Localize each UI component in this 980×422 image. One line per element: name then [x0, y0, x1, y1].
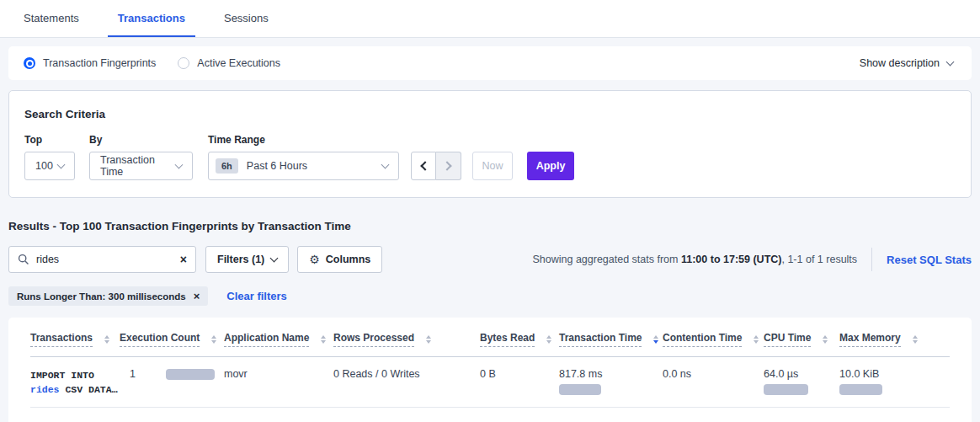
chevron-down-icon — [946, 57, 955, 66]
by-label: By — [89, 134, 193, 146]
by-select-value: Transaction Time — [100, 154, 176, 178]
cell-max-memory: 10.0 KiB — [839, 357, 950, 408]
cell-rows-processed: 0 Reads / 0 Writes — [333, 357, 480, 408]
chevron-left-icon — [420, 161, 429, 170]
search-criteria-panel: Search Criteria Top 100 By Transaction T… — [8, 90, 972, 198]
max-memory-bar — [839, 384, 882, 395]
tab-transactions[interactable]: Transactions — [108, 0, 195, 37]
table-header-row: Transactions Execution Count Application… — [30, 318, 950, 357]
show-description-toggle[interactable]: Show description — [860, 57, 953, 69]
sort-icon[interactable] — [913, 335, 918, 344]
page-tabbar: Statements Transactions Sessions — [0, 0, 980, 38]
by-field: By Transaction Time — [75, 134, 193, 180]
radio-label: Active Executions — [197, 57, 280, 69]
column-header-max-memory[interactable]: Max Memory — [839, 318, 950, 357]
search-criteria-title: Search Criteria — [24, 108, 956, 120]
cell-transaction: IMPORT INTO rides CSV DATA… — [30, 357, 120, 408]
sort-icon[interactable] — [211, 335, 216, 344]
time-range-badge: 6h — [216, 158, 238, 174]
top-label: Top — [24, 134, 75, 146]
cell-cpu-time: 64.0 µs — [764, 357, 839, 408]
results-search-input[interactable] — [36, 254, 180, 265]
radio-selected-icon[interactable] — [24, 57, 35, 69]
filters-button[interactable]: Filters (1) — [205, 246, 289, 273]
results-controls: × Filters (1) ⚙ Columns Showing aggregat… — [8, 246, 972, 273]
cell-transaction-time: 817.8 ms — [559, 357, 663, 408]
sort-icon[interactable] — [104, 335, 109, 344]
top-field: Top 100 — [24, 134, 75, 180]
divider — [871, 248, 872, 271]
remove-filter-icon[interactable]: × — [194, 291, 200, 302]
sort-icon[interactable] — [546, 335, 551, 344]
sort-icon-active[interactable] — [653, 335, 658, 344]
transaction-time-bar — [559, 384, 601, 395]
columns-button[interactable]: ⚙ Columns — [297, 246, 382, 273]
filter-chip[interactable]: Runs Longer Than: 300 milliseconds × — [8, 286, 208, 306]
apply-button[interactable]: Apply — [527, 152, 574, 180]
time-range-next-button[interactable] — [436, 152, 461, 180]
time-range-prev-button[interactable] — [411, 152, 436, 180]
time-range-select[interactable]: 6h Past 6 Hours — [208, 152, 399, 180]
results-search-box[interactable]: × — [8, 246, 196, 273]
stats-group: Showing aggregated stats from 11:00 to 1… — [532, 248, 972, 271]
now-button[interactable]: Now — [472, 152, 513, 180]
clear-filters-link[interactable]: Clear filters — [226, 290, 287, 302]
active-filters-row: Runs Longer Than: 300 milliseconds × Cle… — [8, 286, 972, 306]
clear-search-icon[interactable]: × — [180, 254, 187, 265]
cell-bytes-read: 0 B — [480, 357, 559, 408]
column-header-bytes-read[interactable]: Bytes Read — [480, 318, 559, 357]
cell-contention-time: 0.0 ns — [663, 357, 764, 408]
radio-transaction-fingerprints[interactable]: Transaction Fingerprints — [24, 57, 156, 69]
top-select[interactable]: 100 — [24, 152, 75, 180]
tab-sessions[interactable]: Sessions — [214, 0, 279, 37]
column-header-application-name[interactable]: Application Name — [224, 318, 333, 357]
aggregated-stats-text: Showing aggregated stats from 11:00 to 1… — [532, 254, 857, 265]
show-description-label: Show description — [860, 57, 940, 69]
gear-icon: ⚙ — [309, 254, 320, 265]
radio-label: Transaction Fingerprints — [43, 57, 156, 69]
execution-count-bar — [166, 369, 215, 380]
transactions-table: Transactions Execution Count Application… — [30, 318, 950, 408]
results-table-card: Transactions Execution Count Application… — [8, 318, 972, 422]
cell-execution-count: 1 — [120, 357, 224, 408]
view-toggle-bar: Transaction Fingerprints Active Executio… — [8, 46, 972, 80]
time-range-value: Past 6 Hours — [247, 160, 307, 172]
table-row: IMPORT INTO rides CSV DATA… 1 movr 0 Rea… — [30, 357, 950, 408]
chevron-down-icon — [57, 160, 66, 168]
column-header-transactions[interactable]: Transactions — [30, 318, 120, 357]
chevron-down-icon — [381, 160, 390, 168]
filters-button-label: Filters (1) — [217, 254, 264, 265]
column-header-contention-time[interactable]: Contention Time — [663, 318, 764, 357]
time-range-arrows — [411, 152, 461, 180]
top-select-value: 100 — [35, 160, 53, 172]
cell-application-name: movr — [224, 357, 333, 408]
transaction-fingerprint-link[interactable]: rides — [30, 384, 60, 395]
column-header-execution-count[interactable]: Execution Count — [120, 318, 224, 357]
sort-icon[interactable] — [754, 335, 759, 344]
sort-icon[interactable] — [321, 335, 326, 344]
reset-sql-stats-link[interactable]: Reset SQL Stats — [887, 254, 972, 266]
tab-statements[interactable]: Statements — [13, 0, 89, 37]
cpu-time-bar — [764, 384, 808, 395]
column-header-transaction-time[interactable]: Transaction Time — [559, 318, 663, 357]
results-heading: Results - Top 100 Transaction Fingerprin… — [8, 220, 972, 232]
by-select[interactable]: Transaction Time — [89, 152, 193, 180]
time-range-field: Time Range 6h Past 6 Hours — [193, 134, 399, 180]
column-header-cpu-time[interactable]: CPU Time — [764, 318, 839, 357]
sort-icon[interactable] — [823, 335, 828, 344]
chevron-right-icon — [442, 161, 451, 170]
search-icon — [18, 254, 29, 265]
columns-button-label: Columns — [326, 254, 370, 265]
radio-active-executions[interactable]: Active Executions — [178, 57, 280, 69]
time-range-label: Time Range — [208, 134, 399, 146]
radio-unselected-icon[interactable] — [178, 57, 189, 69]
column-header-rows-processed[interactable]: Rows Processed — [333, 318, 480, 357]
sort-icon[interactable] — [426, 335, 431, 344]
filter-chip-label: Runs Longer Than: 300 milliseconds — [17, 291, 186, 302]
chevron-down-icon — [270, 254, 279, 262]
